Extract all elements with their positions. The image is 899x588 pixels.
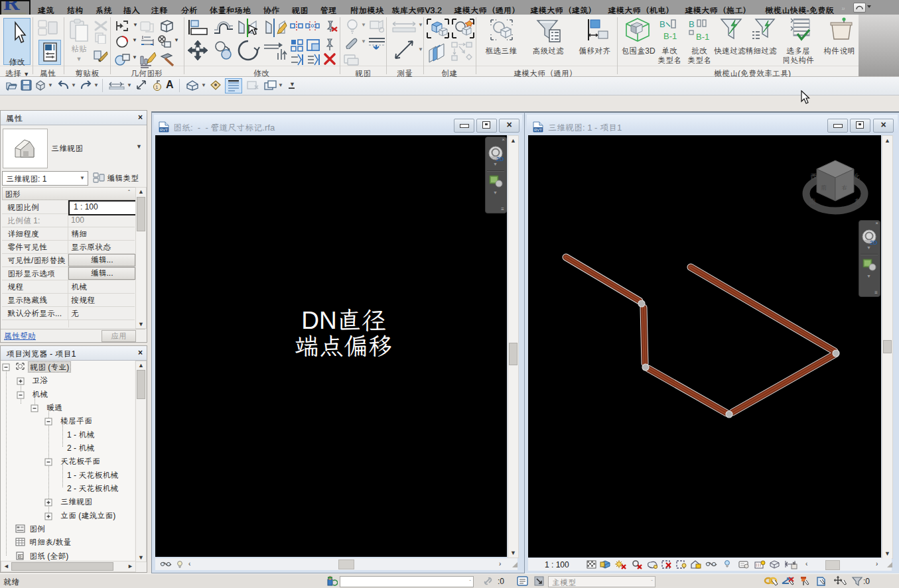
svg-text:RVT: RVT	[160, 128, 168, 132]
svg-text:前: 前	[821, 184, 827, 191]
svg-text:南: 南	[809, 198, 816, 206]
svg-text:RVT: RVT	[534, 128, 542, 132]
svg-text:B: B	[659, 19, 665, 29]
svg-text:2D: 2D	[870, 239, 878, 245]
svg-text:西: 西	[810, 172, 817, 180]
svg-text:B-1: B-1	[696, 32, 709, 41]
svg-text:东: 东	[854, 198, 861, 206]
svg-text:2D: 2D	[496, 156, 504, 162]
svg-text:1: 1	[155, 84, 159, 90]
svg-text:右: 右	[841, 184, 847, 191]
svg-text:B-1: B-1	[663, 31, 677, 41]
svg-text:B: B	[689, 19, 695, 29]
